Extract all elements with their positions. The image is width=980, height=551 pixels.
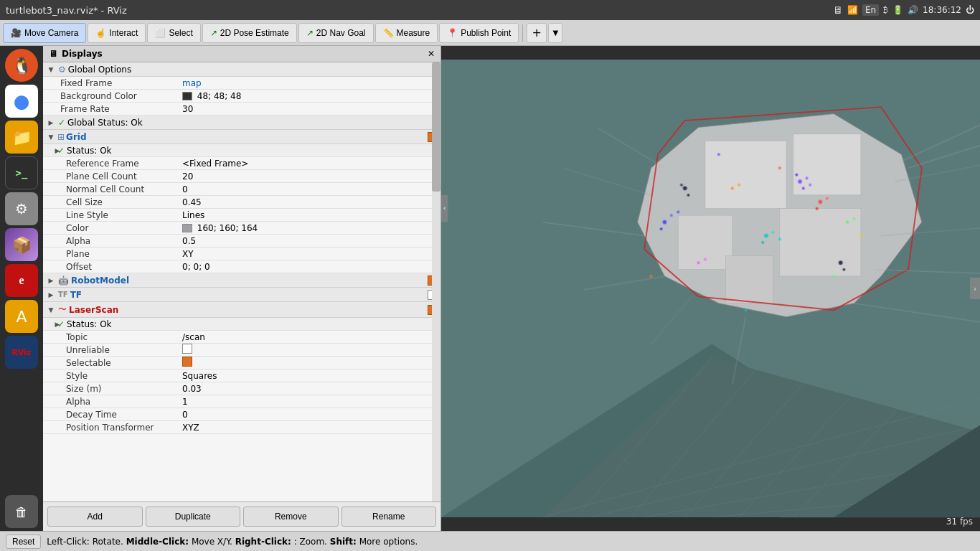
interact-button[interactable]: ☝ Interact — [88, 23, 146, 43]
offset-value[interactable]: 0; 0; 0 — [179, 262, 440, 272]
grid-arrow[interactable]: ▼ — [46, 133, 56, 141]
move-camera-button[interactable]: 🎥 Move Camera — [3, 23, 86, 43]
terminal-dock-icon[interactable]: >_ — [5, 156, 38, 189]
trash-dock-icon[interactable]: 🗑 — [5, 495, 38, 528]
position-transformer-row: Position Transformer XYZ — [43, 421, 440, 434]
files-dock-icon[interactable]: 📁 — [5, 121, 38, 154]
laserscan-label: LaserScan — [69, 305, 118, 315]
global-options-arrow[interactable]: ▼ — [46, 66, 56, 73]
reset-button[interactable]: Reset — [6, 534, 41, 549]
plane-cell-value[interactable]: 20 — [179, 171, 440, 182]
global-options-section[interactable]: ▼ ⚙ Global Options — [43, 62, 440, 77]
app-purple-icon[interactable]: 📦 — [5, 228, 38, 261]
plane-value[interactable]: XY — [179, 249, 440, 259]
rename-button[interactable]: Rename — [341, 507, 437, 527]
alpha-row: Alpha 0.5 — [43, 235, 440, 248]
topic-row: Topic /scan — [43, 331, 440, 344]
svg-point-21 — [663, 220, 667, 225]
alpha-label: Alpha — [43, 236, 179, 246]
ref-frame-value[interactable]: <Fixed Frame> — [179, 159, 440, 169]
grid-status-row: ▶ ✓ Status: Ok — [43, 144, 440, 157]
robotmodel-arrow[interactable]: ▶ — [46, 277, 56, 284]
unreliable-label: Unreliable — [43, 345, 179, 355]
publish-icon: 📍 — [447, 28, 458, 38]
fixed-frame-value[interactable]: map — [179, 78, 440, 88]
publish-point-button[interactable]: 📍 Publish Point — [439, 23, 519, 43]
color-value[interactable]: 160; 160; 164 — [179, 223, 440, 233]
bg-color-label: Background Color — [43, 91, 179, 101]
laserscan-alpha-value[interactable]: 1 — [179, 397, 440, 407]
add-button[interactable]: Add — [47, 507, 143, 527]
laserscan-alpha-label: Alpha — [43, 397, 179, 407]
cell-size-value[interactable]: 0.45 — [179, 197, 440, 207]
svg-rect-18 — [780, 209, 861, 276]
decay-value[interactable]: 0 — [179, 410, 440, 420]
rviz-dock-icon[interactable]: RViz — [5, 336, 38, 369]
statusbar: Reset Left-Click: Rotate. Middle-Click: … — [0, 531, 980, 551]
laserscan-arrow[interactable]: ▼ — [46, 306, 56, 314]
tf-icon: TF — [58, 291, 68, 298]
svg-point-31 — [816, 207, 819, 210]
selectable-value[interactable] — [179, 357, 440, 369]
select-button[interactable]: ⬜ Select — [147, 23, 200, 43]
tf-arrow[interactable]: ▶ — [46, 291, 56, 298]
svg-point-65 — [842, 268, 845, 271]
measure-button[interactable]: 📏 Measure — [375, 23, 438, 43]
topic-value[interactable]: /scan — [179, 332, 440, 342]
pose-estimate-button[interactable]: ↗ 2D Pose Estimate — [202, 23, 297, 43]
svg-point-42 — [795, 174, 798, 176]
selectable-checkbox[interactable] — [182, 357, 192, 367]
alpha-value[interactable]: 0.5 — [179, 236, 440, 246]
measure-icon: 📏 — [383, 28, 394, 38]
move-camera-icon: 🎥 — [11, 28, 22, 38]
bg-color-row: Background Color 48; 48; 48 — [43, 90, 440, 103]
robotmodel-section[interactable]: ▶ 🤖 RobotModel — [43, 273, 440, 288]
frame-rate-value[interactable]: 30 — [179, 104, 440, 114]
laserscan-status-check: ✓ — [57, 319, 65, 329]
svg-point-57 — [778, 166, 781, 169]
ubuntu-launcher-icon[interactable]: 🐧 — [5, 49, 38, 82]
displays-close-icon[interactable]: ✕ — [428, 49, 435, 59]
global-options-gear-icon: ⚙ — [58, 65, 66, 75]
shift-hint: Shift: — [330, 537, 357, 547]
bg-color-value[interactable]: 48; 48; 48 — [179, 91, 440, 101]
add-display-button[interactable]: + — [527, 23, 547, 43]
style-value[interactable]: Squares — [179, 371, 440, 381]
software-update-icon[interactable]: A — [5, 300, 38, 333]
settings-dock-icon[interactable]: ⚙ — [5, 192, 38, 225]
grid-status-arrow[interactable]: ▶ — [43, 147, 57, 154]
remove-button[interactable]: Remove — [243, 507, 339, 527]
normal-cell-value[interactable]: 0 — [179, 184, 440, 194]
tf-section[interactable]: ▶ TF TF — [43, 288, 440, 302]
chrome-dock-icon[interactable]: ● — [5, 85, 38, 118]
decay-label: Decay Time — [43, 410, 179, 420]
pose-icon: ↗ — [210, 28, 217, 38]
plane-cell-row: Plane Cell Count 20 — [43, 170, 440, 183]
duplicate-button[interactable]: Duplicate — [146, 507, 241, 527]
grid-section[interactable]: ▼ ⊞ Grid — [43, 130, 440, 144]
svg-point-32 — [731, 187, 734, 189]
svg-point-60 — [859, 235, 862, 237]
toolbar-dropdown[interactable]: ▼ — [548, 23, 562, 43]
unreliable-checkbox[interactable] — [182, 344, 192, 354]
nav-goal-button[interactable]: ↗ 2D Nav Goal — [298, 23, 374, 43]
svg-rect-17 — [678, 215, 732, 269]
global-status-section[interactable]: ▶ ✓ Global Status: Ok — [43, 116, 440, 130]
viewport-expand-right[interactable]: › — [970, 278, 980, 299]
scrollbar-track[interactable] — [432, 62, 440, 501]
position-transformer-value[interactable]: XYZ — [179, 423, 440, 433]
scrollbar-thumb[interactable] — [432, 62, 440, 192]
laserscan-section[interactable]: ▼ 〜 LaserScan — [43, 302, 440, 318]
3d-viewport[interactable]: ‹ › 31 fps — [441, 46, 980, 531]
unreliable-value[interactable] — [179, 344, 440, 356]
line-style-value[interactable]: Lines — [179, 210, 440, 220]
clock: 18:36:12 — [923, 5, 961, 15]
laserscan-status-arrow[interactable]: ▶ — [43, 321, 57, 328]
nav-icon: ↗ — [306, 28, 314, 38]
frame-rate-label: Frame Rate — [43, 104, 179, 114]
fixed-frame-label: Fixed Frame — [43, 78, 179, 88]
app-red-icon[interactable]: e — [5, 264, 38, 297]
size-value[interactable]: 0.03 — [179, 384, 440, 394]
grid-status-label: Status: Ok — [67, 146, 112, 156]
global-status-arrow[interactable]: ▶ — [46, 119, 56, 126]
